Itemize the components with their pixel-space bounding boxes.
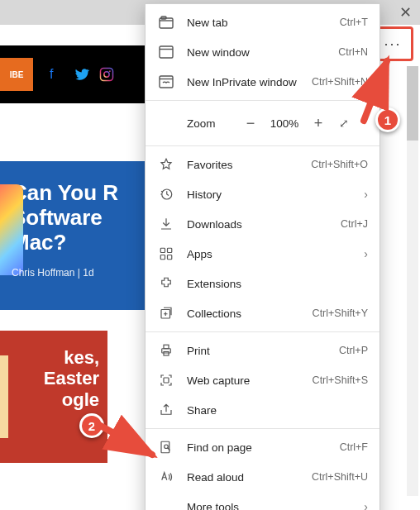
- menu-shortcut: Ctrl+Shift+O: [311, 159, 368, 170]
- settings-and-more-menu: New tab Ctrl+T New window Ctrl+N New InP…: [145, 3, 380, 510]
- annotation-callout-2: 2: [79, 413, 104, 438]
- svg-rect-0: [101, 69, 113, 81]
- menu-label: Read aloud: [187, 471, 312, 484]
- menu-shortcut: Ctrl+Shift+U: [312, 471, 368, 483]
- menu-separator: [146, 428, 379, 429]
- svg-rect-11: [168, 255, 172, 260]
- article-thumb-2: [0, 355, 8, 438]
- menu-new-tab[interactable]: New tab Ctrl+T: [146, 7, 379, 37]
- svg-rect-5: [160, 46, 173, 58]
- share-icon: [157, 402, 175, 418]
- find-icon: [157, 439, 175, 455]
- article-thumb-1: [0, 184, 23, 275]
- svg-point-2: [109, 70, 111, 72]
- svg-rect-14: [164, 345, 169, 349]
- chevron-right-icon: ›: [364, 188, 368, 201]
- menu-label: New tab: [187, 17, 340, 29]
- menu-label: Share: [187, 404, 368, 417]
- subscribe-button[interactable]: IBE: [0, 58, 33, 91]
- menu-find-on-page[interactable]: Find on page Ctrl+F: [146, 432, 379, 462]
- menu-label: New InPrivate window: [187, 76, 312, 88]
- menu-favorites[interactable]: Favorites Ctrl+Shift+O: [146, 150, 379, 179]
- zoom-label: Zoom: [187, 117, 236, 130]
- twitter-icon[interactable]: [74, 64, 89, 84]
- article-title-1: Can You R Software Mac?: [12, 181, 137, 255]
- article-title-2: kes, Easter ogle: [8, 347, 99, 410]
- menu-shortcut: Ctrl+Shift+N: [312, 76, 368, 88]
- menu-shortcut: Ctrl+F: [340, 441, 368, 453]
- print-icon: [157, 342, 175, 359]
- menu-downloads[interactable]: Downloads Ctrl+J: [146, 209, 379, 239]
- ellipsis-icon: ···: [384, 36, 401, 51]
- article-card-1[interactable]: Can You R Software Mac? Chris Hoffman | …: [0, 161, 149, 310]
- collections-icon: [157, 305, 175, 322]
- new-tab-icon: [157, 14, 175, 31]
- article-card-2[interactable]: kes, Easter ogle: [0, 331, 107, 463]
- menu-label: Favorites: [187, 159, 311, 171]
- zoom-out-button[interactable]: −: [236, 115, 265, 132]
- menu-apps[interactable]: Apps ›: [146, 239, 379, 269]
- menu-label: Print: [187, 345, 339, 357]
- menu-read-aloud[interactable]: Read aloud Ctrl+Shift+U: [146, 462, 379, 492]
- menu-web-capture[interactable]: Web capture Ctrl+Shift+S: [146, 365, 379, 395]
- menu-new-inprivate[interactable]: New InPrivate window Ctrl+Shift+N: [146, 67, 379, 97]
- web-capture-icon: [157, 372, 175, 388]
- instagram-icon[interactable]: [99, 64, 114, 84]
- menu-shortcut: Ctrl+J: [341, 218, 368, 230]
- chevron-right-icon: ›: [364, 247, 368, 260]
- read-aloud-icon: [157, 469, 175, 485]
- svg-rect-13: [162, 349, 171, 353]
- menu-separator: [146, 331, 379, 332]
- star-icon: [157, 156, 175, 173]
- menu-label: History: [187, 188, 364, 201]
- menu-zoom: Zoom − 100% + ⤢: [146, 104, 379, 142]
- menu-label: New window: [187, 46, 338, 59]
- menu-separator: [146, 145, 379, 146]
- fullscreen-button[interactable]: ⤢: [332, 117, 356, 130]
- menu-shortcut: Ctrl+N: [338, 46, 368, 58]
- menu-label: Web capture: [187, 374, 313, 387]
- svg-rect-8: [160, 248, 165, 252]
- facebook-icon[interactable]: f: [50, 64, 53, 84]
- menu-collections[interactable]: Collections Ctrl+Shift+Y: [146, 298, 379, 328]
- menu-label: Apps: [187, 248, 364, 260]
- menu-label: More tools: [187, 501, 364, 511]
- extensions-icon: [157, 275, 175, 292]
- svg-rect-15: [164, 352, 169, 356]
- menu-separator: [146, 100, 379, 101]
- zoom-value: 100%: [265, 117, 304, 130]
- menu-print[interactable]: Print Ctrl+P: [146, 336, 379, 365]
- menu-new-window[interactable]: New window Ctrl+N: [146, 37, 379, 67]
- svg-rect-9: [168, 248, 172, 252]
- menu-label: Find on page: [187, 441, 340, 454]
- svg-rect-16: [164, 378, 169, 383]
- annotation-callout-1: 1: [375, 107, 400, 132]
- menu-shortcut: Ctrl+P: [339, 345, 368, 356]
- zoom-in-button[interactable]: +: [304, 115, 332, 132]
- menu-history[interactable]: History ›: [146, 179, 379, 209]
- article-byline-1: Chris Hoffman | 1d: [12, 267, 137, 279]
- menu-shortcut: Ctrl+T: [340, 17, 368, 28]
- menu-label: Downloads: [187, 218, 341, 231]
- scrollbar-thumb[interactable]: [407, 66, 418, 141]
- svg-rect-3: [160, 18, 173, 28]
- svg-rect-6: [160, 76, 173, 88]
- menu-share[interactable]: Share: [146, 395, 379, 425]
- menu-label: Collections: [187, 307, 313, 320]
- chevron-right-icon: ›: [364, 500, 368, 510]
- apps-icon: [157, 245, 175, 262]
- menu-shortcut: Ctrl+Shift+Y: [313, 307, 368, 319]
- history-icon: [157, 186, 175, 203]
- window-close-button[interactable]: ✕: [399, 3, 412, 21]
- menu-extensions[interactable]: Extensions: [146, 269, 379, 298]
- inprivate-icon: [157, 74, 175, 90]
- menu-shortcut: Ctrl+Shift+S: [313, 374, 368, 386]
- svg-rect-10: [160, 255, 165, 260]
- svg-point-1: [104, 72, 109, 77]
- menu-more-tools[interactable]: . More tools ›: [146, 492, 379, 510]
- download-icon: [157, 216, 175, 232]
- new-window-icon: [157, 44, 175, 60]
- menu-label: Extensions: [187, 278, 368, 290]
